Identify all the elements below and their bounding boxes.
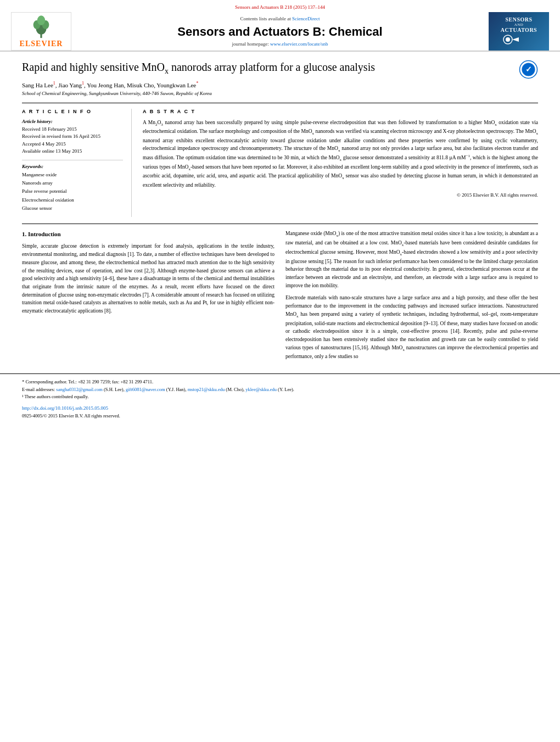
article-title-text: Rapid and highly sensitive MnOx nanorods… — [22, 60, 519, 96]
sensors-logo-icon — [500, 33, 538, 47]
keywords-list: Manganese oxide Nanorods array Pulse rev… — [22, 171, 123, 213]
elsevier-logo: ELSEVIER — [11, 12, 71, 51]
corresponding-note: * Corresponding author. Tel.: +82 31 290… — [22, 378, 538, 386]
keyword-3: Pulse reverse potential — [22, 187, 123, 196]
email3-link[interactable]: mstop21@skku.edu — [188, 387, 225, 392]
section-1-heading: 1. Introduction — [22, 230, 275, 239]
received-1: Received 18 February 2015 — [22, 126, 123, 133]
sensors-logo-box: SENSORS and ACTUATORS — [489, 12, 549, 51]
body-intro-para2: Manganese oxide (MnOx) is one of the mos… — [285, 230, 538, 289]
accepted: Accepted 4 May 2015 — [22, 141, 123, 148]
article-info-abstract: A R T I C L E I N F O Article history: R… — [22, 109, 538, 217]
abstract-label: A B S T R A C T — [143, 109, 538, 114]
article-title-section: Rapid and highly sensitive MnOx nanorods… — [22, 60, 538, 103]
authors: Sang Ha Lee1, Jiao Yang1, You Jeong Han,… — [22, 81, 519, 88]
divider — [22, 160, 123, 160]
doi-link[interactable]: http://dx.doi.org/10.1016/j.snb.2015.05.… — [22, 405, 108, 411]
available-online: Available online 13 May 2015 — [22, 148, 123, 155]
journal-title: Sensors and Actuators B: Chemical — [82, 25, 478, 39]
svg-point-4 — [37, 15, 45, 25]
sciencedirect-link[interactable]: ScienceDirect — [292, 16, 320, 21]
received-revised: Received in revised form 16 April 2015 — [22, 133, 123, 141]
copyright: © 2015 Elsevier B.V. All rights reserved… — [143, 192, 538, 198]
elsevier-text: ELSEVIER — [20, 40, 63, 48]
email1-link[interactable]: sangha0312@gmail.com — [56, 387, 103, 392]
elsevier-tree-icon — [30, 15, 52, 40]
issn-line: 0925-4005/© 2015 Elsevier B.V. All right… — [22, 412, 538, 420]
crossmark-icon: ✓ — [519, 60, 538, 79]
section-divider — [22, 224, 538, 224]
keyword-2: Nanorods array — [22, 179, 123, 187]
journal-homepage: journal homepage: www.elsevier.com/locat… — [82, 41, 478, 47]
header-middle: ELSEVIER Contents lists available at Sci… — [11, 12, 549, 51]
article-area: Rapid and highly sensitive MnOx nanorods… — [0, 52, 560, 373]
keyword-4: Electrochemical oxidation — [22, 196, 123, 204]
body-intro-para1: Simple, accurate glucose detection is ex… — [22, 242, 275, 315]
abstract-text: A Mn2O3 nanorod array has been successfu… — [143, 119, 538, 189]
homepage-url[interactable]: www.elsevier.com/locate/snb — [270, 41, 328, 47]
keywords-label: Keywords: — [22, 164, 123, 169]
keyword-1: Manganese oxide — [22, 171, 123, 179]
article-history-group: Article history: Received 18 February 20… — [22, 119, 123, 155]
footnotes-area: * Corresponding author. Tel.: +82 31 290… — [0, 373, 560, 424]
article-title: Rapid and highly sensitive MnOx nanorods… — [22, 60, 519, 76]
email4-link[interactable]: yklee@skku.edu — [245, 387, 277, 392]
contents-line: Contents lists available at ScienceDirec… — [82, 16, 478, 21]
email2-link[interactable]: gift6081@naver.com — [126, 387, 165, 392]
abstract-column: A B S T R A C T A Mn2O3 nanorod array ha… — [143, 109, 538, 217]
svg-point-6 — [506, 37, 510, 42]
keyword-5: Glucose sensor — [22, 204, 123, 213]
equal-contrib: ¹ These authors contributed equally. — [22, 393, 538, 401]
body-col-left: 1. Introduction Simple, accurate glucose… — [22, 230, 275, 365]
history-label: Article history: — [22, 119, 123, 124]
article-info-label: A R T I C L E I N F O — [22, 109, 123, 114]
svg-text:✓: ✓ — [525, 65, 532, 74]
page: Sensors and Actuators B 218 (2015) 137–1… — [0, 0, 560, 742]
header-center: Contents lists available at ScienceDirec… — [71, 16, 489, 47]
keywords-group: Keywords: Manganese oxide Nanorods array… — [22, 164, 123, 213]
body-intro-para3: Electrode materials with nano-scale stru… — [285, 294, 538, 361]
affiliation: School of Chemical Engineering, Sungkyun… — [22, 91, 519, 96]
journal-reference: Sensors and Actuators B 218 (2015) 137–1… — [11, 4, 549, 10]
journal-header: Sensors and Actuators B 218 (2015) 137–1… — [0, 0, 560, 52]
body-col-right: Manganese oxide (MnOx) is one of the mos… — [285, 230, 538, 365]
body-two-col: 1. Introduction Simple, accurate glucose… — [22, 230, 538, 365]
article-info-column: A R T I C L E I N F O Article history: R… — [22, 109, 132, 217]
email-addresses: E-mail addresses: sangha0312@gmail.com (… — [22, 386, 538, 394]
